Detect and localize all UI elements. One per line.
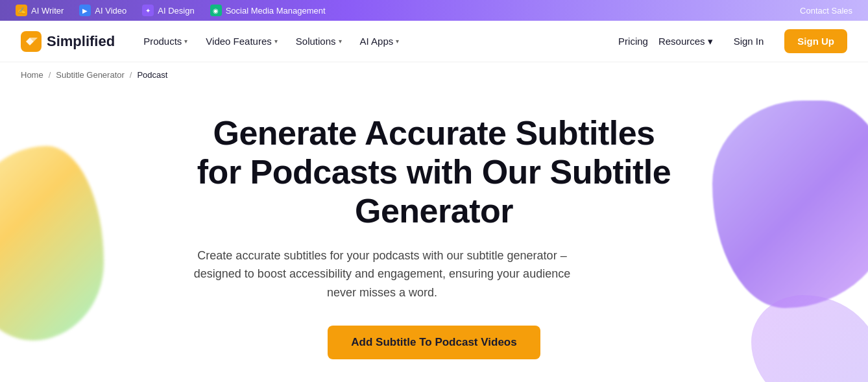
blob-left-decoration: [0, 146, 104, 340]
banner-links: ✍ AI Writer ▶ AI Video ✦ AI Design ◉ Soc…: [16, 5, 326, 16]
hero-title: Generate Accurate Subtitles for Podcasts…: [187, 114, 681, 230]
top-banner: ✍ AI Writer ▶ AI Video ✦ AI Design ◉ Soc…: [0, 0, 868, 21]
solutions-chevron-icon: ▾: [339, 38, 342, 45]
ai-video-icon: ▶: [79, 5, 91, 16]
breadcrumb: Home / Subtitle Generator / Podcast: [0, 62, 868, 88]
banner-ai-design[interactable]: ✦ AI Design: [142, 5, 194, 16]
nav-resources[interactable]: Resources ▾: [658, 36, 713, 47]
social-media-icon: ◉: [210, 5, 222, 16]
banner-social-media[interactable]: ◉ Social Media Management: [210, 5, 326, 16]
ai-apps-chevron-icon: ▾: [396, 38, 399, 45]
products-chevron-icon: ▾: [184, 38, 187, 45]
social-media-label: Social Media Management: [226, 6, 326, 16]
hero-subtitle: Create accurate subtitles for your podca…: [187, 246, 577, 302]
nav-right: Pricing Resources ▾ Sign In Sign Up: [618, 29, 847, 53]
ai-writer-label: AI Writer: [31, 6, 64, 16]
sign-in-button[interactable]: Sign In: [723, 30, 775, 52]
breadcrumb-sep-1: /: [49, 70, 51, 80]
hero-content: Generate Accurate Subtitles for Podcasts…: [187, 114, 681, 359]
nav-ai-apps[interactable]: AI Apps ▾: [352, 30, 407, 52]
nav-links: Products ▾ Video Features ▾ Solutions ▾ …: [136, 30, 618, 52]
logo-icon: [21, 31, 42, 52]
ai-video-label: AI Video: [95, 6, 127, 16]
hero-section: Generate Accurate Subtitles for Podcasts…: [0, 88, 868, 382]
navbar: Simplified Products ▾ Video Features ▾ S…: [0, 21, 868, 62]
ai-design-label: AI Design: [158, 6, 194, 16]
sign-up-button[interactable]: Sign Up: [784, 29, 847, 53]
logo[interactable]: Simplified: [21, 31, 115, 52]
banner-ai-video[interactable]: ▶ AI Video: [79, 5, 127, 16]
logo-text: Simplified: [47, 33, 115, 50]
breadcrumb-home[interactable]: Home: [21, 70, 43, 80]
nav-pricing-link[interactable]: Pricing: [618, 36, 648, 47]
ai-writer-icon: ✍: [16, 5, 27, 16]
breadcrumb-current: Podcast: [137, 70, 167, 80]
ai-design-icon: ✦: [142, 5, 154, 16]
blob-right-bottom-decoration: [751, 295, 868, 382]
breadcrumb-subtitle-generator[interactable]: Subtitle Generator: [56, 70, 125, 80]
banner-ai-writer[interactable]: ✍ AI Writer: [16, 5, 64, 16]
nav-solutions[interactable]: Solutions ▾: [288, 30, 350, 52]
blob-right-top-decoration: [712, 101, 868, 308]
nav-video-features[interactable]: Video Features ▾: [198, 30, 285, 52]
video-features-chevron-icon: ▾: [274, 38, 278, 45]
nav-products[interactable]: Products ▾: [136, 30, 195, 52]
breadcrumb-sep-2: /: [130, 70, 132, 80]
contact-sales-link[interactable]: Contact Sales: [800, 6, 852, 16]
cta-button[interactable]: Add Subtitle To Podcast Videos: [328, 326, 540, 359]
resources-chevron-icon: ▾: [708, 36, 713, 47]
